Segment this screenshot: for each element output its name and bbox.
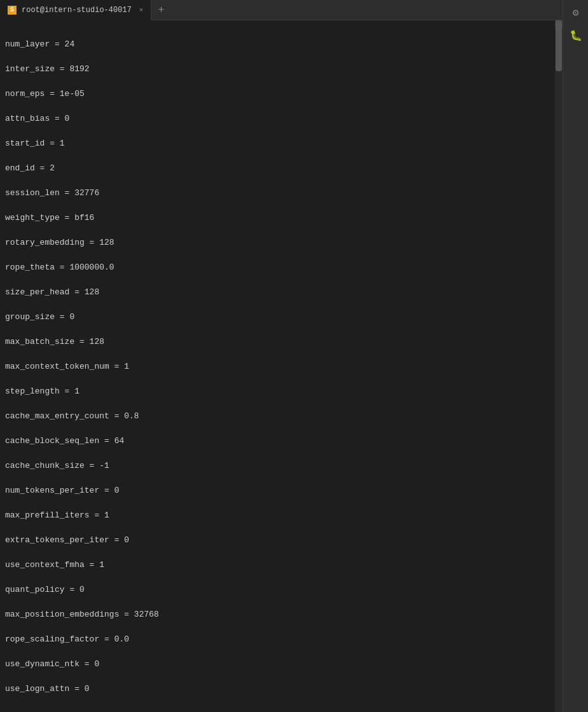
config-line-9: rotary_embedding = 128: [5, 236, 547, 249]
settings-icon[interactable]: ⚙: [567, 4, 585, 22]
config-line-24: max_position_embeddings = 32768: [5, 608, 547, 621]
config-line-15: step_length = 1: [5, 385, 547, 398]
bug-icon[interactable]: 🐛: [567, 27, 585, 44]
tab-label: root@intern-studio-40017: [22, 6, 132, 15]
config-line-3: norm_eps = 1e-05: [5, 88, 547, 100]
config-line-20: max_prefill_iters = 1: [5, 509, 547, 522]
config-line-19: num_tokens_per_iter = 0: [5, 484, 547, 497]
config-line-17: cache_block_seq_len = 64: [5, 435, 547, 448]
config-line-16: cache_max_entry_count = 0.8: [5, 410, 547, 423]
config-line-13: max_batch_size = 128: [5, 336, 547, 348]
config-line-23: quant_policy = 0: [5, 584, 547, 596]
right-sidebar: ⚙ 🐛: [563, 0, 588, 712]
config-line-14: max_context_token_num = 1: [5, 360, 547, 373]
config-line-7: session_len = 32776: [5, 187, 547, 200]
config-line-27: use_logn_attn = 0: [5, 683, 547, 695]
config-line-11: size_per_head = 128: [5, 286, 547, 299]
main-area: num_layer = 24 inter_size = 8192 norm_ep…: [0, 20, 563, 712]
scrollbar-thumb[interactable]: [556, 20, 562, 71]
scroll-area[interactable]: num_layer = 24 inter_size = 8192 norm_ep…: [0, 20, 563, 712]
tab-icon: S: [8, 6, 17, 15]
config-line-26: use_dynamic_ntk = 0: [5, 658, 547, 671]
config-line-18: cache_chunk_size = -1: [5, 460, 547, 472]
config-line-8: weight_type = bf16: [5, 212, 547, 224]
config-line-4: attn_bias = 0: [5, 113, 547, 125]
config-line-21: extra_tokens_per_iter = 0: [5, 534, 547, 547]
tab-close-button[interactable]: ×: [139, 6, 144, 14]
config-line-22: use_context_fmha = 1: [5, 559, 547, 572]
config-line-6: end_id = 2: [5, 162, 547, 175]
config-line-12: group_size = 0: [5, 311, 547, 324]
terminal-content: num_layer = 24 inter_size = 8192 norm_ep…: [0, 20, 555, 712]
scrollbar[interactable]: ▲ ▼: [555, 20, 563, 712]
config-line-10: rope_theta = 1000000.0: [5, 261, 547, 274]
title-bar: S root@intern-studio-40017 × +: [0, 0, 588, 20]
config-line-5: start_id = 1: [5, 137, 547, 150]
config-line-25: rope_scaling_factor = 0.0: [5, 633, 547, 646]
config-line-2: inter_size = 8192: [5, 63, 547, 76]
terminal-tab[interactable]: S root@intern-studio-40017 ×: [0, 0, 151, 20]
new-tab-button[interactable]: +: [151, 0, 170, 20]
config-line-1: num_layer = 24: [5, 38, 547, 51]
